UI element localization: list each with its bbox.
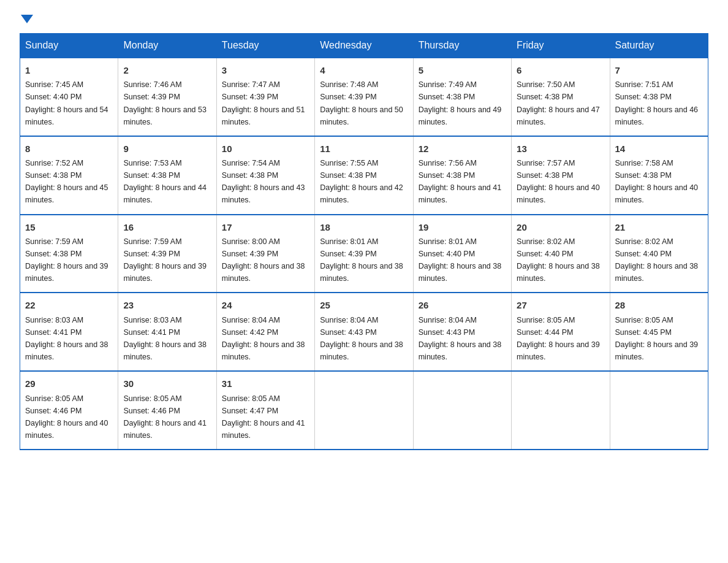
day-cell-25: 25Sunrise: 8:04 AMSunset: 4:43 PMDayligh… <box>315 293 413 371</box>
empty-cell <box>413 371 511 450</box>
day-cell-11: 11Sunrise: 7:55 AMSunset: 4:38 PMDayligh… <box>315 136 413 215</box>
day-info: Sunrise: 8:02 AMSunset: 4:40 PMDaylight:… <box>517 237 600 283</box>
day-number: 17 <box>222 220 309 234</box>
day-cell-8: 8Sunrise: 7:52 AMSunset: 4:38 PMDaylight… <box>20 136 118 215</box>
day-info: Sunrise: 8:04 AMSunset: 4:42 PMDaylight:… <box>222 316 305 361</box>
day-info: Sunrise: 8:01 AMSunset: 4:39 PMDaylight:… <box>320 237 403 283</box>
week-row-1: 1Sunrise: 7:45 AMSunset: 4:40 PMDaylight… <box>20 58 708 136</box>
header-saturday: Saturday <box>610 34 708 58</box>
header <box>20 15 708 23</box>
logo-triangle-icon <box>21 15 33 23</box>
day-info: Sunrise: 7:57 AMSunset: 4:38 PMDaylight:… <box>517 159 600 204</box>
day-cell-10: 10Sunrise: 7:54 AMSunset: 4:38 PMDayligh… <box>216 136 314 215</box>
day-number: 10 <box>222 142 309 156</box>
calendar-table: SundayMondayTuesdayWednesdayThursdayFrid… <box>20 33 708 450</box>
week-row-3: 15Sunrise: 7:59 AMSunset: 4:38 PMDayligh… <box>20 215 708 293</box>
day-info: Sunrise: 7:53 AMSunset: 4:38 PMDaylight:… <box>123 159 207 204</box>
day-cell-26: 26Sunrise: 8:04 AMSunset: 4:43 PMDayligh… <box>413 293 511 371</box>
day-info: Sunrise: 7:48 AMSunset: 4:39 PMDaylight:… <box>320 80 403 126</box>
day-number: 13 <box>517 142 604 156</box>
day-number: 27 <box>517 298 604 312</box>
day-number: 29 <box>25 377 113 391</box>
day-number: 26 <box>419 298 506 312</box>
day-cell-23: 23Sunrise: 8:03 AMSunset: 4:41 PMDayligh… <box>118 293 216 371</box>
day-cell-27: 27Sunrise: 8:05 AMSunset: 4:44 PMDayligh… <box>512 293 610 371</box>
day-info: Sunrise: 8:01 AMSunset: 4:40 PMDaylight:… <box>419 237 502 283</box>
day-cell-31: 31Sunrise: 8:05 AMSunset: 4:47 PMDayligh… <box>216 371 314 450</box>
day-cell-20: 20Sunrise: 8:02 AMSunset: 4:40 PMDayligh… <box>512 215 610 293</box>
day-number: 28 <box>615 298 703 312</box>
day-info: Sunrise: 7:59 AMSunset: 4:38 PMDaylight:… <box>25 237 108 283</box>
day-number: 21 <box>615 220 703 234</box>
day-info: Sunrise: 8:05 AMSunset: 4:44 PMDaylight:… <box>517 316 600 361</box>
logo <box>20 15 33 23</box>
day-info: Sunrise: 8:05 AMSunset: 4:46 PMDaylight:… <box>123 394 207 440</box>
day-cell-30: 30Sunrise: 8:05 AMSunset: 4:46 PMDayligh… <box>118 371 216 450</box>
day-cell-5: 5Sunrise: 7:49 AMSunset: 4:38 PMDaylight… <box>413 58 511 136</box>
header-wednesday: Wednesday <box>315 34 413 58</box>
header-sunday: Sunday <box>20 34 118 58</box>
day-info: Sunrise: 7:51 AMSunset: 4:38 PMDaylight:… <box>615 80 699 126</box>
day-cell-19: 19Sunrise: 8:01 AMSunset: 4:40 PMDayligh… <box>413 215 511 293</box>
day-info: Sunrise: 8:03 AMSunset: 4:41 PMDaylight:… <box>25 316 108 361</box>
day-number: 24 <box>222 298 309 312</box>
day-info: Sunrise: 8:05 AMSunset: 4:45 PMDaylight:… <box>615 316 699 361</box>
day-info: Sunrise: 7:46 AMSunset: 4:39 PMDaylight:… <box>123 80 207 126</box>
page: SundayMondayTuesdayWednesdayThursdayFrid… <box>0 0 728 470</box>
day-number: 31 <box>222 377 309 391</box>
day-info: Sunrise: 7:52 AMSunset: 4:38 PMDaylight:… <box>25 159 108 204</box>
day-info: Sunrise: 7:45 AMSunset: 4:40 PMDaylight:… <box>25 80 108 126</box>
day-cell-14: 14Sunrise: 7:58 AMSunset: 4:38 PMDayligh… <box>610 136 708 215</box>
day-info: Sunrise: 8:04 AMSunset: 4:43 PMDaylight:… <box>419 316 502 361</box>
day-info: Sunrise: 8:05 AMSunset: 4:46 PMDaylight:… <box>25 394 108 440</box>
day-info: Sunrise: 8:02 AMSunset: 4:40 PMDaylight:… <box>615 237 699 283</box>
day-cell-9: 9Sunrise: 7:53 AMSunset: 4:38 PMDaylight… <box>118 136 216 215</box>
day-cell-21: 21Sunrise: 8:02 AMSunset: 4:40 PMDayligh… <box>610 215 708 293</box>
day-info: Sunrise: 7:58 AMSunset: 4:38 PMDaylight:… <box>615 159 699 204</box>
day-number: 9 <box>123 142 211 156</box>
day-number: 30 <box>123 377 211 391</box>
day-number: 18 <box>320 220 408 234</box>
header-monday: Monday <box>118 34 216 58</box>
week-row-4: 22Sunrise: 8:03 AMSunset: 4:41 PMDayligh… <box>20 293 708 371</box>
day-info: Sunrise: 8:05 AMSunset: 4:47 PMDaylight:… <box>222 394 305 440</box>
day-info: Sunrise: 7:59 AMSunset: 4:39 PMDaylight:… <box>123 237 207 283</box>
day-number: 15 <box>25 220 113 234</box>
day-info: Sunrise: 7:54 AMSunset: 4:38 PMDaylight:… <box>222 159 305 204</box>
day-number: 25 <box>320 298 408 312</box>
day-cell-6: 6Sunrise: 7:50 AMSunset: 4:38 PMDaylight… <box>512 58 610 136</box>
day-info: Sunrise: 7:47 AMSunset: 4:39 PMDaylight:… <box>222 80 305 126</box>
day-cell-16: 16Sunrise: 7:59 AMSunset: 4:39 PMDayligh… <box>118 215 216 293</box>
header-tuesday: Tuesday <box>216 34 314 58</box>
day-number: 23 <box>123 298 211 312</box>
day-cell-7: 7Sunrise: 7:51 AMSunset: 4:38 PMDaylight… <box>610 58 708 136</box>
day-number: 20 <box>517 220 604 234</box>
empty-cell <box>610 371 708 450</box>
empty-cell <box>315 371 413 450</box>
day-number: 4 <box>320 63 408 77</box>
day-info: Sunrise: 7:56 AMSunset: 4:38 PMDaylight:… <box>419 159 502 204</box>
day-cell-24: 24Sunrise: 8:04 AMSunset: 4:42 PMDayligh… <box>216 293 314 371</box>
day-cell-29: 29Sunrise: 8:05 AMSunset: 4:46 PMDayligh… <box>20 371 118 450</box>
day-number: 8 <box>25 142 113 156</box>
header-thursday: Thursday <box>413 34 511 58</box>
day-info: Sunrise: 7:49 AMSunset: 4:38 PMDaylight:… <box>419 80 502 126</box>
week-row-5: 29Sunrise: 8:05 AMSunset: 4:46 PMDayligh… <box>20 371 708 450</box>
day-number: 11 <box>320 142 408 156</box>
day-number: 3 <box>222 63 309 77</box>
day-number: 14 <box>615 142 703 156</box>
day-cell-15: 15Sunrise: 7:59 AMSunset: 4:38 PMDayligh… <box>20 215 118 293</box>
day-number: 22 <box>25 298 113 312</box>
day-info: Sunrise: 7:50 AMSunset: 4:38 PMDaylight:… <box>517 80 600 126</box>
day-cell-4: 4Sunrise: 7:48 AMSunset: 4:39 PMDaylight… <box>315 58 413 136</box>
day-cell-2: 2Sunrise: 7:46 AMSunset: 4:39 PMDaylight… <box>118 58 216 136</box>
day-cell-18: 18Sunrise: 8:01 AMSunset: 4:39 PMDayligh… <box>315 215 413 293</box>
day-number: 5 <box>419 63 506 77</box>
day-cell-3: 3Sunrise: 7:47 AMSunset: 4:39 PMDaylight… <box>216 58 314 136</box>
day-cell-28: 28Sunrise: 8:05 AMSunset: 4:45 PMDayligh… <box>610 293 708 371</box>
day-number: 6 <box>517 63 604 77</box>
day-info: Sunrise: 8:00 AMSunset: 4:39 PMDaylight:… <box>222 237 305 283</box>
empty-cell <box>512 371 610 450</box>
day-number: 1 <box>25 63 113 77</box>
calendar-header-row: SundayMondayTuesdayWednesdayThursdayFrid… <box>20 34 708 58</box>
